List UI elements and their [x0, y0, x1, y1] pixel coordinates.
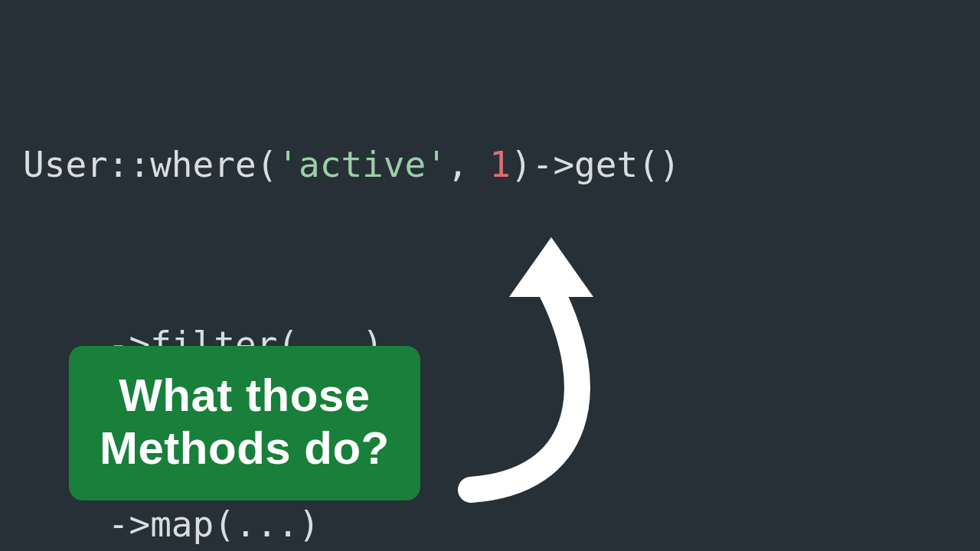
- code-text: ->map(...): [108, 504, 320, 545]
- code-text: )->get(): [511, 144, 681, 185]
- code-text: ,: [447, 144, 489, 185]
- thumbnail-canvas: User::where('active', 1)->get() ->filter…: [0, 0, 980, 551]
- code-string: 'active': [277, 144, 447, 185]
- code-text: User::where(: [23, 144, 277, 185]
- callout-line-2: Methods do?: [100, 422, 390, 474]
- code-number: 1: [489, 144, 511, 185]
- code-line-1: User::where('active', 1)->get(): [23, 135, 681, 194]
- code-line-3: ->map(...): [23, 494, 681, 552]
- callout-line-1: What those: [100, 369, 390, 422]
- callout-box: What those Methods do?: [69, 346, 420, 500]
